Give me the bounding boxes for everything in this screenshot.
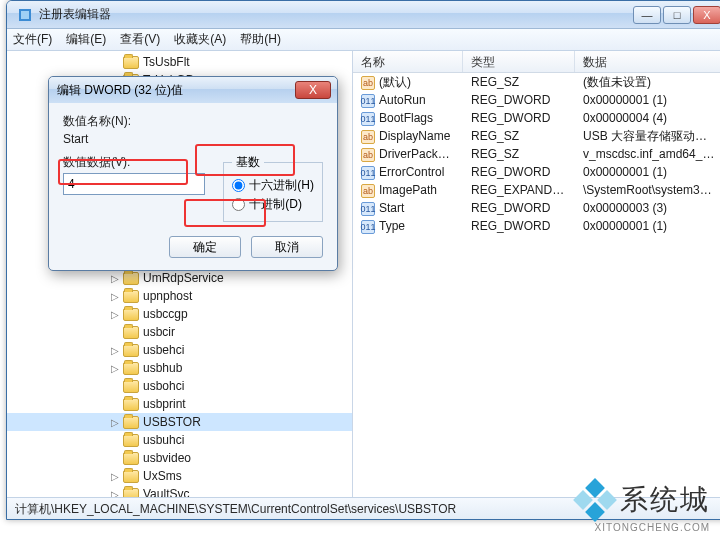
value-name: BootFlags bbox=[379, 111, 433, 125]
folder-icon bbox=[123, 308, 139, 321]
value-data: 0x00000001 (1) bbox=[575, 219, 720, 233]
edit-dword-dialog: 编辑 DWORD (32 位)值 X 数值名称(N): 数值数据(V): 基数 … bbox=[48, 76, 338, 271]
close-button[interactable]: X bbox=[693, 6, 720, 24]
tree-label: usbccgp bbox=[143, 307, 188, 321]
tree-label: usbhub bbox=[143, 361, 182, 375]
value-name: Start bbox=[379, 201, 404, 215]
app-icon bbox=[17, 7, 33, 23]
folder-icon bbox=[123, 272, 139, 285]
string-icon: ab bbox=[361, 130, 375, 144]
value-data: USB 大容量存储驱动程序 bbox=[575, 128, 720, 145]
tree-item[interactable]: ▷usbccgp bbox=[7, 305, 352, 323]
expander-icon[interactable]: ▷ bbox=[109, 489, 121, 498]
expander-icon[interactable]: ▷ bbox=[109, 309, 121, 320]
value-row[interactable]: abDriverPackageIdREG_SZv_mscdsc.inf_amd6… bbox=[353, 145, 720, 163]
folder-icon bbox=[123, 56, 139, 69]
value-row[interactable]: abImagePathREG_EXPAND_SZ\SystemRoot\syst… bbox=[353, 181, 720, 199]
dword-icon: 011 bbox=[361, 202, 375, 216]
radix-hex-option[interactable]: 十六进制(H) bbox=[232, 177, 314, 194]
watermark-url: XITONGCHENG.COM bbox=[595, 522, 710, 533]
value-data: \SystemRoot\system32\drive bbox=[575, 183, 720, 197]
col-type[interactable]: 类型 bbox=[463, 51, 575, 72]
menu-file[interactable]: 文件(F) bbox=[13, 31, 52, 48]
dword-icon: 011 bbox=[361, 166, 375, 180]
data-input[interactable] bbox=[63, 173, 205, 195]
col-name[interactable]: 名称 bbox=[353, 51, 463, 72]
tree-item[interactable]: ▷USBSTOR bbox=[7, 413, 352, 431]
value-data: 0x00000001 (1) bbox=[575, 93, 720, 107]
name-label: 数值名称(N): bbox=[63, 113, 323, 130]
expander-icon[interactable]: ▷ bbox=[109, 363, 121, 374]
value-type: REG_SZ bbox=[463, 147, 575, 161]
tree-item[interactable]: ▷usbhub bbox=[7, 359, 352, 377]
col-data[interactable]: 数据 bbox=[575, 51, 720, 72]
expander-icon[interactable]: ▷ bbox=[109, 417, 121, 428]
tree-item[interactable]: ▷UmRdpService bbox=[7, 269, 352, 287]
name-value bbox=[63, 132, 323, 146]
value-row[interactable]: 011ErrorControlREG_DWORD0x00000001 (1) bbox=[353, 163, 720, 181]
string-icon: ab bbox=[361, 184, 375, 198]
base-fieldset: 基数 十六进制(H) 十进制(D) bbox=[223, 154, 323, 222]
tree-item[interactable]: usbcir bbox=[7, 323, 352, 341]
tree-item[interactable]: usbuhci bbox=[7, 431, 352, 449]
value-row[interactable]: 011BootFlagsREG_DWORD0x00000004 (4) bbox=[353, 109, 720, 127]
menu-view[interactable]: 查看(V) bbox=[120, 31, 160, 48]
cancel-button[interactable]: 取消 bbox=[251, 236, 323, 258]
string-icon: ab bbox=[361, 76, 375, 90]
watermark: 系统城 XITONGCHENG.COM bbox=[576, 481, 710, 519]
tree-label: USBSTOR bbox=[143, 415, 201, 429]
radix-hex-radio[interactable] bbox=[232, 179, 245, 192]
value-row[interactable]: ab(默认)REG_SZ(数值未设置) bbox=[353, 73, 720, 91]
tree-item[interactable]: ▷usbehci bbox=[7, 341, 352, 359]
value-type: REG_DWORD bbox=[463, 111, 575, 125]
value-type: REG_SZ bbox=[463, 129, 575, 143]
tree-label: TsUsbFlt bbox=[143, 55, 190, 69]
values-pane[interactable]: 名称 类型 数据 ab(默认)REG_SZ(数值未设置)011AutoRunRE… bbox=[353, 51, 720, 497]
tree-label: upnphost bbox=[143, 289, 192, 303]
window-title: 注册表编辑器 bbox=[39, 6, 633, 23]
data-label: 数值数据(V): bbox=[63, 154, 205, 171]
tree-label: usbehci bbox=[143, 343, 184, 357]
titlebar[interactable]: 注册表编辑器 — □ X bbox=[7, 1, 720, 29]
value-row[interactable]: abDisplayNameREG_SZUSB 大容量存储驱动程序 bbox=[353, 127, 720, 145]
watermark-icon bbox=[576, 481, 614, 519]
value-row[interactable]: 011StartREG_DWORD0x00000003 (3) bbox=[353, 199, 720, 217]
folder-icon bbox=[123, 488, 139, 498]
dialog-close-button[interactable]: X bbox=[295, 81, 331, 99]
ok-button[interactable]: 确定 bbox=[169, 236, 241, 258]
tree-item[interactable]: ▷upnphost bbox=[7, 287, 352, 305]
value-data: 0x00000003 (3) bbox=[575, 201, 720, 215]
dword-icon: 011 bbox=[361, 220, 375, 234]
value-type: REG_DWORD bbox=[463, 219, 575, 233]
minimize-button[interactable]: — bbox=[633, 6, 661, 24]
menu-favorites[interactable]: 收藏夹(A) bbox=[174, 31, 226, 48]
expander-icon[interactable]: ▷ bbox=[109, 345, 121, 356]
value-data: (数值未设置) bbox=[575, 74, 720, 91]
expander-icon[interactable]: ▷ bbox=[109, 291, 121, 302]
tree-item[interactable]: ▷VaultSvc bbox=[7, 485, 352, 497]
radix-dec-radio[interactable] bbox=[232, 198, 245, 211]
tree-item[interactable]: usbohci bbox=[7, 377, 352, 395]
tree-item[interactable]: ▷UxSms bbox=[7, 467, 352, 485]
expander-icon[interactable]: ▷ bbox=[109, 273, 121, 284]
tree-item[interactable]: usbvideo bbox=[7, 449, 352, 467]
tree-item[interactable]: usbprint bbox=[7, 395, 352, 413]
tree-item[interactable]: TsUsbFlt bbox=[7, 53, 352, 71]
dword-icon: 011 bbox=[361, 112, 375, 126]
folder-icon bbox=[123, 398, 139, 411]
value-type: REG_SZ bbox=[463, 75, 575, 89]
value-type: REG_DWORD bbox=[463, 165, 575, 179]
menu-help[interactable]: 帮助(H) bbox=[240, 31, 281, 48]
menu-edit[interactable]: 编辑(E) bbox=[66, 31, 106, 48]
value-row[interactable]: 011TypeREG_DWORD0x00000001 (1) bbox=[353, 217, 720, 235]
tree-label: usbohci bbox=[143, 379, 184, 393]
value-type: REG_DWORD bbox=[463, 93, 575, 107]
value-name: Type bbox=[379, 219, 405, 233]
radix-dec-option[interactable]: 十进制(D) bbox=[232, 196, 314, 213]
menubar: 文件(F) 编辑(E) 查看(V) 收藏夹(A) 帮助(H) bbox=[7, 29, 720, 51]
folder-icon bbox=[123, 452, 139, 465]
maximize-button[interactable]: □ bbox=[663, 6, 691, 24]
dialog-title[interactable]: 编辑 DWORD (32 位)值 bbox=[49, 77, 337, 103]
expander-icon[interactable]: ▷ bbox=[109, 471, 121, 482]
value-row[interactable]: 011AutoRunREG_DWORD0x00000001 (1) bbox=[353, 91, 720, 109]
